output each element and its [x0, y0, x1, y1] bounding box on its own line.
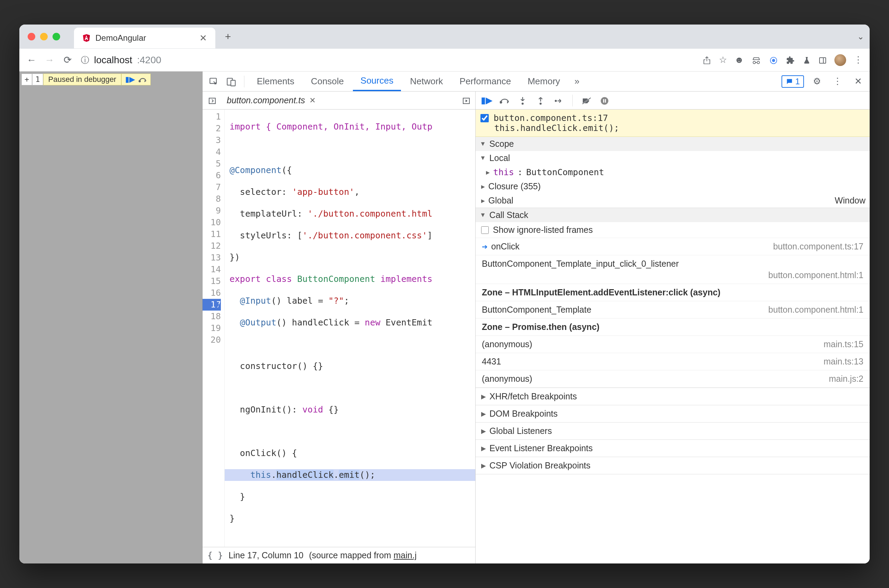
callstack-frame[interactable]: 4431 main.ts:13 [476, 353, 869, 370]
device-toggle-icon[interactable] [223, 76, 239, 87]
browser-menu-icon[interactable]: ⋮ [854, 55, 863, 65]
code-editor[interactable]: 1234567891011121314151617181920 import {… [203, 110, 475, 547]
issues-button[interactable]: 1 [781, 75, 804, 88]
callstack-frame[interactable]: ➔onClick button.component.ts:17 [476, 238, 869, 255]
share-icon[interactable] [702, 55, 711, 65]
code-token: export [230, 274, 261, 284]
extension-face-icon[interactable]: ☻ [734, 55, 744, 65]
deactivate-breakpoints-icon[interactable] [579, 95, 594, 106]
section-title: Event Listener Breakpoints [490, 443, 593, 453]
close-window-button[interactable] [28, 33, 35, 40]
tab-console[interactable]: Console [303, 72, 351, 91]
mapped-link[interactable]: main.j [394, 550, 417, 560]
svg-rect-19 [603, 99, 604, 103]
code-token: emit [339, 470, 359, 480]
maximize-window-button[interactable] [53, 33, 60, 40]
tab-memory[interactable]: Memory [520, 72, 568, 91]
site-info-icon[interactable]: ⓘ [81, 55, 89, 66]
minimize-window-button[interactable] [40, 33, 48, 40]
scope-key: this [493, 167, 514, 177]
scope-local-label: Local [490, 153, 510, 163]
show-navigator-icon[interactable] [205, 96, 219, 105]
show-ignore-checkbox[interactable] [481, 226, 489, 234]
callstack-header[interactable]: ▼Call Stack [476, 208, 869, 222]
scope-section: ▼Scope ▼Local ▶this: ButtonComponent ▶Cl… [476, 137, 869, 208]
scope-global-row[interactable]: ▶GlobalWindow [476, 194, 869, 208]
overlay-resume-icon[interactable]: ▮▶ [125, 75, 135, 84]
debugger-column: ▮▶ button.component.ts:17 [476, 92, 869, 564]
section-xhr-breakpoints[interactable]: ▶XHR/fetch Breakpoints [476, 388, 869, 405]
browser-window: DemoAngular ✕ + ⌄ ← → ⟳ ⓘ localhost:4200… [20, 24, 869, 564]
sources-body: button.component.ts ✕ 123456789101112131… [203, 92, 869, 564]
forward-button[interactable]: → [42, 55, 57, 66]
extensions-icon[interactable] [786, 55, 795, 65]
pretty-print-icon[interactable]: { } [207, 550, 223, 560]
extension-incognito-icon[interactable] [751, 55, 761, 65]
panel-icon[interactable] [818, 55, 827, 65]
breakpoint-checkbox[interactable] [481, 114, 489, 122]
callstack-frame[interactable]: ButtonComponent_Template_input_click_0_l… [476, 255, 869, 284]
code-token: ({ [282, 165, 292, 175]
frame-location: main.js:2 [829, 374, 863, 384]
extension-eye-icon[interactable] [769, 55, 778, 65]
scope-this-row[interactable]: ▶this: ButtonComponent [476, 165, 869, 179]
close-devtools-icon[interactable]: ✕ [850, 76, 866, 87]
scope-closure-row[interactable]: ▶Closure (355) [476, 179, 869, 194]
code-line: } [230, 513, 475, 524]
section-event-listener-breakpoints[interactable]: ▶Event Listener Breakpoints [476, 440, 869, 457]
tab-elements[interactable]: Elements [249, 72, 302, 91]
close-file-icon[interactable]: ✕ [309, 96, 315, 105]
step-icon[interactable] [551, 95, 566, 106]
profile-avatar[interactable] [834, 54, 846, 66]
code-token: () handleClick = [276, 318, 365, 327]
code-token: selector: [230, 187, 292, 197]
section-csp-breakpoints[interactable]: ▶CSP Violation Breakpoints [476, 457, 869, 474]
line-gutter[interactable]: 1234567891011121314151617181920 [203, 110, 225, 547]
step-out-icon[interactable] [533, 95, 548, 106]
scope-header[interactable]: ▼Scope [476, 137, 869, 151]
section-dom-breakpoints[interactable]: ▶DOM Breakpoints [476, 405, 869, 423]
show-ignore-listed[interactable]: Show ignore-listed frames [476, 222, 869, 238]
more-tabs-icon[interactable]: » [569, 76, 585, 87]
overlay-step-icon[interactable] [139, 75, 147, 84]
bookmark-icon[interactable]: ☆ [719, 55, 727, 65]
section-global-listeners[interactable]: ▶Global Listeners [476, 423, 869, 440]
run-snippet-icon[interactable] [462, 96, 473, 105]
resume-icon[interactable]: ▮▶ [479, 95, 494, 106]
callstack-frame[interactable]: (anonymous) main.js:2 [476, 370, 869, 388]
tab-performance[interactable]: Performance [452, 72, 519, 91]
inspect-icon[interactable] [206, 76, 222, 87]
code-token: './button.component.css' [302, 230, 427, 240]
new-tab-button[interactable]: + [225, 31, 231, 42]
url-port: :4200 [137, 55, 161, 66]
devtools-menu-icon[interactable]: ⋮ [830, 76, 845, 87]
labs-icon[interactable] [803, 55, 811, 65]
reload-button[interactable]: ⟳ [60, 54, 75, 66]
back-button[interactable]: ← [24, 55, 39, 66]
tab-title: DemoAngular [95, 33, 146, 43]
breakpoint-location[interactable]: button.component.ts:17 [494, 113, 608, 123]
omnibox[interactable]: ⓘ localhost:4200 [81, 55, 696, 66]
code-token: @Input [230, 296, 271, 306]
scope-local-header[interactable]: ▼Local [476, 151, 869, 165]
close-tab-icon[interactable]: ✕ [200, 33, 207, 44]
settings-icon[interactable]: ⚙ [809, 76, 825, 87]
chevron-right-icon: ▶ [481, 183, 485, 190]
tab-network[interactable]: Network [402, 72, 451, 91]
browser-tab[interactable]: DemoAngular ✕ [74, 28, 215, 48]
file-tab[interactable]: button.component.ts ✕ [222, 95, 320, 105]
tab-sources[interactable]: Sources [353, 72, 401, 91]
code-line: constructor() {} [230, 360, 475, 372]
overlay-plus-button[interactable]: + [21, 74, 32, 86]
step-into-icon[interactable] [515, 95, 530, 106]
pause-on-exceptions-icon[interactable] [597, 95, 612, 106]
code-token: {} [323, 405, 339, 415]
code-token: . [271, 470, 276, 480]
callstack-frame[interactable]: ButtonComponent_Template button.componen… [476, 301, 869, 318]
tabs-menu-icon[interactable]: ⌄ [857, 32, 864, 42]
step-over-icon[interactable] [497, 95, 512, 106]
callstack-frame[interactable]: (anonymous) main.ts:15 [476, 336, 869, 353]
window-controls [25, 33, 63, 40]
angular-icon [82, 34, 90, 42]
frame-location: button.component.html:1 [768, 270, 863, 280]
